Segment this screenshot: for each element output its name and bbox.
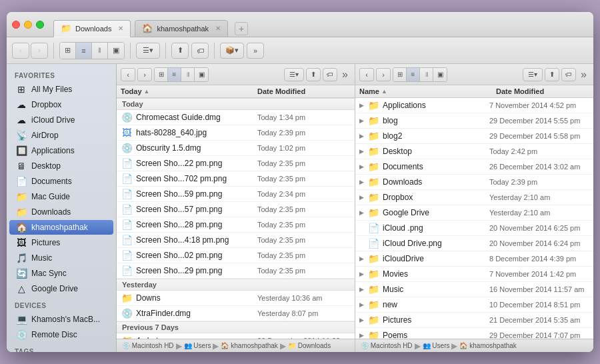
- tab-downloads[interactable]: 📁 Downloads ✕: [53, 20, 131, 37]
- left-cover-flow[interactable]: ▣: [195, 68, 208, 81]
- file-row[interactable]: 📄 Screen Sho...22 pm.png Today 2:35 pm: [117, 156, 355, 171]
- file-row[interactable]: 📄 Screen Sho...4:18 pm.png Today 2:35 pm: [117, 233, 355, 248]
- sidebar-item-all-my-files[interactable]: ⊞ All My Files: [9, 82, 113, 97]
- file-row[interactable]: 💿 Obscurity 1.5.dmg Today 1:02 pm: [117, 141, 355, 156]
- folder-row-pictures[interactable]: ▶ 📁 Pictures 21 December 2014 5:35 am: [355, 313, 593, 328]
- folder-row-blog2[interactable]: ▶ 📁 blog2 29 December 2014 5:58 pm: [355, 129, 593, 144]
- right-status-macintosh-hd: 💿 Macintosh HD: [361, 342, 413, 349]
- sidebar-item-pictures[interactable]: 🖼 Pictures: [9, 235, 113, 250]
- arrange-button[interactable]: ☰▾: [136, 43, 160, 59]
- sidebar-item-airdrop[interactable]: 📡 AirDrop: [9, 128, 113, 143]
- folder-row-blog[interactable]: ▶ 📁 blog 29 December 2014 5:55 pm: [355, 113, 593, 129]
- column-view-button[interactable]: ⫴: [92, 43, 108, 59]
- folder-row-music[interactable]: ▶ 📁 Music 16 November 2014 11:57 am: [355, 282, 593, 297]
- right-tag-button[interactable]: 🏷: [561, 68, 576, 81]
- expand-arrow: ▶: [359, 133, 367, 139]
- dropbox-button[interactable]: 📦▾: [220, 43, 244, 59]
- right-status-khamosh: 🏠 khamoshpathak: [459, 342, 516, 349]
- file-row[interactable]: 📁 Downs Yesterday 10:36 am: [117, 291, 355, 306]
- left-back-button[interactable]: ‹: [121, 68, 135, 81]
- folder-row-documents[interactable]: ▶ 📁 Documents 26 December 2014 3:02 am: [355, 159, 593, 175]
- sidebar-item-downloads[interactable]: 📁 Downloads: [9, 205, 113, 219]
- tag-button[interactable]: 🏷: [191, 43, 209, 59]
- close-button[interactable]: [12, 21, 20, 29]
- sidebar-label-mac-sync: Mac Sync: [31, 269, 67, 278]
- right-list-view[interactable]: ≡: [407, 68, 420, 81]
- right-action-button[interactable]: ⬆: [545, 68, 559, 81]
- left-icon-view[interactable]: ⊞: [155, 68, 168, 81]
- new-tab-button[interactable]: +: [235, 22, 248, 35]
- file-name: Obscurity 1.5.dmg: [136, 143, 257, 153]
- file-row[interactable]: 📄 Screen Sho...29 pm.png Today 2:35 pm: [117, 263, 355, 279]
- left-forward-button[interactable]: ›: [137, 68, 152, 81]
- tab-khamoshpathak[interactable]: 🏠 khamoshpathak ✕: [135, 20, 228, 37]
- file-row[interactable]: 📄 Screen Sho...702 pm.png Today 2:35 pm: [117, 171, 355, 187]
- sidebar-item-dropbox[interactable]: ☁ Dropbox: [9, 97, 113, 112]
- right-column-view[interactable]: ⫴: [420, 68, 433, 81]
- back-button[interactable]: ‹: [12, 43, 29, 59]
- share-button[interactable]: ⬆: [171, 43, 189, 59]
- folder-row-google-drive[interactable]: ▶ 📁 Google Drive Yesterday 2:10 am: [355, 205, 593, 221]
- file-row[interactable]: 🖼 hats-80288_640.jpg Today 2:39 pm: [117, 125, 355, 141]
- sidebar-item-mac-sync[interactable]: 🔄 Mac Sync: [9, 266, 113, 281]
- maximize-button[interactable]: [36, 21, 44, 29]
- cover-flow-button[interactable]: ▣: [108, 43, 124, 59]
- right-arrange-button[interactable]: ☰▾: [523, 68, 543, 81]
- file-row[interactable]: 📄 Screen Sho...59 pm.png Today 2:34 pm: [117, 187, 355, 202]
- right-forward-button[interactable]: ›: [376, 68, 391, 81]
- folder-row-desktop[interactable]: ▶ 📁 Desktop Today 2:42 pm: [355, 144, 593, 159]
- more-button[interactable]: »: [247, 43, 264, 59]
- sidebar-item-mac-guide[interactable]: 📁 Mac Guide: [9, 189, 113, 204]
- right-back-button[interactable]: ‹: [359, 68, 374, 81]
- sidebar-item-remote-disc[interactable]: 💿 Remote Disc: [9, 327, 113, 342]
- left-col-name[interactable]: Today ▲: [121, 87, 257, 95]
- folder-row-icloudrive[interactable]: ▶ 📁 iCloudDrive 8 December 2014 4:39 pm: [355, 251, 593, 267]
- left-action-button[interactable]: ⬆: [306, 68, 321, 81]
- folder-row-movies[interactable]: ▶ 📁 Movies 7 November 2014 1:42 pm: [355, 267, 593, 282]
- file-row[interactable]: 💿 Chromecast Guide.dmg Today 1:34 pm: [117, 110, 355, 125]
- sidebar-item-desktop[interactable]: 🖥 Desktop: [9, 159, 113, 173]
- right-more-button[interactable]: »: [578, 69, 589, 81]
- sidebar-item-khamosh-macb[interactable]: 💻 Khamosh's MacB...: [9, 312, 113, 327]
- right-cover-flow[interactable]: ▣: [433, 68, 447, 81]
- list-view-button[interactable]: ≡: [76, 43, 92, 59]
- sidebar-item-google-drive[interactable]: △ Google Drive: [9, 281, 113, 296]
- left-more-button[interactable]: »: [339, 69, 351, 81]
- sidebar-item-documents[interactable]: 📄 Documents: [9, 174, 113, 189]
- file-row[interactable]: 📄 Screen Sho...02 pm.png Today 2:35 pm: [117, 248, 355, 263]
- folder-name: Documents: [383, 162, 489, 171]
- right-col-date[interactable]: Date Modified: [496, 87, 589, 95]
- sidebar-label-desktop: Desktop: [31, 161, 61, 171]
- right-col-name[interactable]: Name ▲: [359, 87, 496, 95]
- file-row-icloud-drive-png[interactable]: 📄 iCloud Drive.png 20 November 2014 6:24…: [355, 236, 593, 251]
- sidebar-item-applications[interactable]: 🔲 Applications: [9, 143, 113, 158]
- right-view-buttons: ⊞ ≡ ⫴ ▣: [393, 67, 447, 82]
- left-arrange-button[interactable]: ☰▾: [284, 68, 304, 81]
- folder-row-new[interactable]: ▶ 📁 new 10 December 2014 8:51 pm: [355, 297, 593, 313]
- folder-row-poems[interactable]: ▶ 📁 Poems 29 December 2014 7:07 pm: [355, 328, 593, 339]
- folder-row-dropbox[interactable]: ▶ 📁 Dropbox Yesterday 2:10 am: [355, 190, 593, 205]
- sidebar-item-khamoshpathak[interactable]: 🏠 khamoshpathak: [9, 220, 113, 235]
- file-row[interactable]: 📄 Screen Sho...57 pm.png Today 2:35 pm: [117, 202, 355, 217]
- tab-close-icon[interactable]: ✕: [118, 25, 123, 32]
- file-row[interactable]: 📁 4 photos 26 December 2014 11:02 am: [117, 333, 355, 339]
- minimize-button[interactable]: [24, 21, 32, 29]
- file-row[interactable]: 📄 Screen Sho...28 pm.png Today 2:35 pm: [117, 217, 355, 233]
- file-row[interactable]: 💿 XtraFinder.dmg Yesterday 8:07 pm: [117, 306, 355, 321]
- folder-date: Yesterday 2:10 am: [489, 193, 589, 201]
- left-column-view[interactable]: ⫴: [181, 68, 195, 81]
- right-icon-view[interactable]: ⊞: [393, 68, 407, 81]
- left-tag-button[interactable]: 🏷: [323, 68, 337, 81]
- sidebar-item-music[interactable]: 🎵 Music: [9, 251, 113, 265]
- forward-button[interactable]: ›: [31, 43, 48, 59]
- left-list-view[interactable]: ≡: [168, 68, 181, 81]
- left-col-date[interactable]: Date Modified: [257, 87, 351, 95]
- folder-row-downloads[interactable]: ▶ 📁 Downloads Today 2:39 pm: [355, 175, 593, 190]
- folder-row-applications[interactable]: ▶ 📁 Applications 7 November 2014 4:52 pm: [355, 98, 593, 113]
- icon-view-button[interactable]: ⊞: [60, 43, 76, 59]
- sidebar-item-icloud-drive[interactable]: ☁ iCloud Drive: [9, 113, 113, 127]
- tab-close-icon-2[interactable]: ✕: [215, 25, 221, 32]
- file-row-icloud-png[interactable]: 📄 iCloud .png 20 November 2014 6:25 pm: [355, 221, 593, 236]
- sidebar-label-khamosh-macb: Khamosh's MacB...: [31, 315, 100, 324]
- expand-arrow: ▶: [359, 255, 367, 262]
